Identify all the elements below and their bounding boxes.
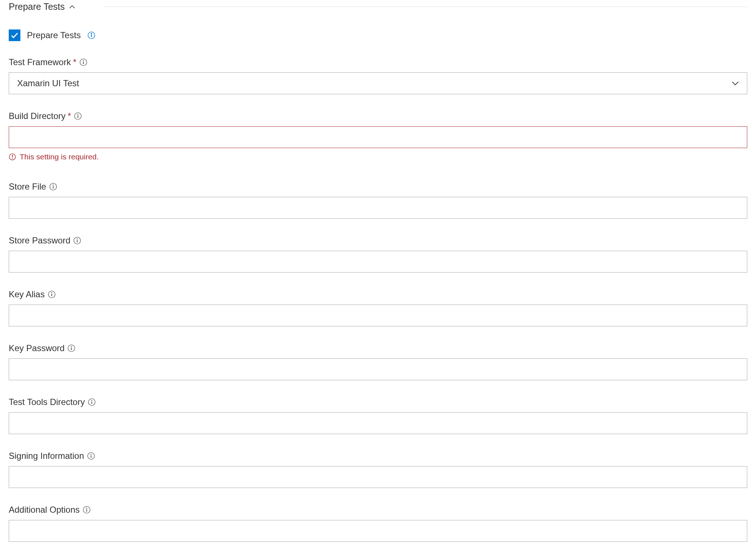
test-framework-select[interactable] <box>9 72 747 94</box>
svg-rect-20 <box>51 294 52 296</box>
info-icon[interactable] <box>79 58 87 66</box>
required-marker: * <box>73 57 76 67</box>
info-icon[interactable] <box>88 398 96 406</box>
signing-information-label: Signing Information <box>9 451 84 461</box>
prepare-tests-checkbox[interactable] <box>9 29 20 41</box>
field-label-row: Store File <box>9 182 747 192</box>
field-label-row: Test Framework * <box>9 57 747 67</box>
test-tools-directory-label: Test Tools Directory <box>9 397 85 407</box>
info-icon[interactable] <box>83 506 91 514</box>
required-marker: * <box>68 111 71 121</box>
additional-options-input[interactable] <box>9 520 747 542</box>
error-text: This setting is required. <box>20 152 99 161</box>
info-icon[interactable] <box>74 112 82 120</box>
svg-rect-32 <box>86 509 87 512</box>
info-icon[interactable] <box>49 183 57 191</box>
field-label-row: Signing Information <box>9 451 747 461</box>
info-icon[interactable] <box>67 344 75 352</box>
additional-options-field: Additional Options <box>9 505 747 542</box>
build-directory-input[interactable] <box>9 126 747 148</box>
svg-rect-5 <box>83 61 84 64</box>
signing-information-input[interactable] <box>9 466 747 488</box>
svg-rect-17 <box>77 240 78 242</box>
additional-options-label: Additional Options <box>9 505 80 515</box>
info-icon[interactable] <box>73 237 81 245</box>
build-directory-field: Build Directory * This setting is requir… <box>9 111 747 161</box>
store-password-input[interactable] <box>9 251 747 273</box>
svg-rect-8 <box>78 115 78 118</box>
info-icon[interactable] <box>48 290 56 298</box>
prepare-tests-checkbox-row: Prepare Tests <box>9 29 747 41</box>
key-password-label: Key Password <box>9 343 64 353</box>
svg-rect-2 <box>91 35 92 37</box>
test-tools-directory-field: Test Tools Directory <box>9 397 747 434</box>
build-directory-label: Build Directory <box>9 111 66 121</box>
key-password-field: Key Password <box>9 343 747 380</box>
field-label-row: Build Directory * <box>9 111 747 121</box>
field-label-row: Store Password <box>9 235 747 246</box>
svg-point-31 <box>86 508 87 509</box>
test-framework-select-wrapper <box>9 72 747 94</box>
key-password-input[interactable] <box>9 358 747 380</box>
svg-rect-14 <box>53 186 54 188</box>
svg-point-11 <box>12 158 13 159</box>
error-icon <box>9 153 16 160</box>
section-title: Prepare Tests <box>9 1 65 12</box>
key-alias-label: Key Alias <box>9 289 45 299</box>
store-file-input[interactable] <box>9 197 747 219</box>
test-tools-directory-input[interactable] <box>9 412 747 434</box>
svg-point-1 <box>91 33 92 34</box>
field-label-row: Additional Options <box>9 505 747 515</box>
svg-point-13 <box>52 184 54 186</box>
svg-rect-23 <box>71 348 72 350</box>
svg-rect-10 <box>12 155 13 157</box>
section-header[interactable]: Prepare Tests <box>9 0 747 17</box>
svg-point-25 <box>91 400 92 401</box>
error-row: This setting is required. <box>9 152 747 161</box>
store-file-label: Store File <box>9 182 46 192</box>
svg-point-28 <box>90 454 91 455</box>
test-framework-label: Test Framework <box>9 57 71 67</box>
info-icon[interactable] <box>87 31 95 39</box>
key-alias-input[interactable] <box>9 305 747 326</box>
store-password-label: Store Password <box>9 235 70 246</box>
svg-point-16 <box>77 238 78 239</box>
store-password-field: Store Password <box>9 235 747 273</box>
svg-point-19 <box>51 292 52 293</box>
svg-point-4 <box>83 60 84 61</box>
store-file-field: Store File <box>9 182 747 219</box>
prepare-tests-label: Prepare Tests <box>27 30 81 40</box>
field-label-row: Key Password <box>9 343 747 353</box>
svg-point-22 <box>71 346 72 347</box>
signing-information-field: Signing Information <box>9 451 747 488</box>
svg-rect-29 <box>91 455 91 458</box>
svg-rect-26 <box>91 401 92 404</box>
key-alias-field: Key Alias <box>9 289 747 326</box>
field-label-row: Test Tools Directory <box>9 397 747 407</box>
chevron-up-icon <box>68 3 76 11</box>
info-icon[interactable] <box>87 452 95 460</box>
svg-point-7 <box>78 114 79 115</box>
test-framework-field: Test Framework * <box>9 57 747 94</box>
field-label-row: Key Alias <box>9 289 747 299</box>
